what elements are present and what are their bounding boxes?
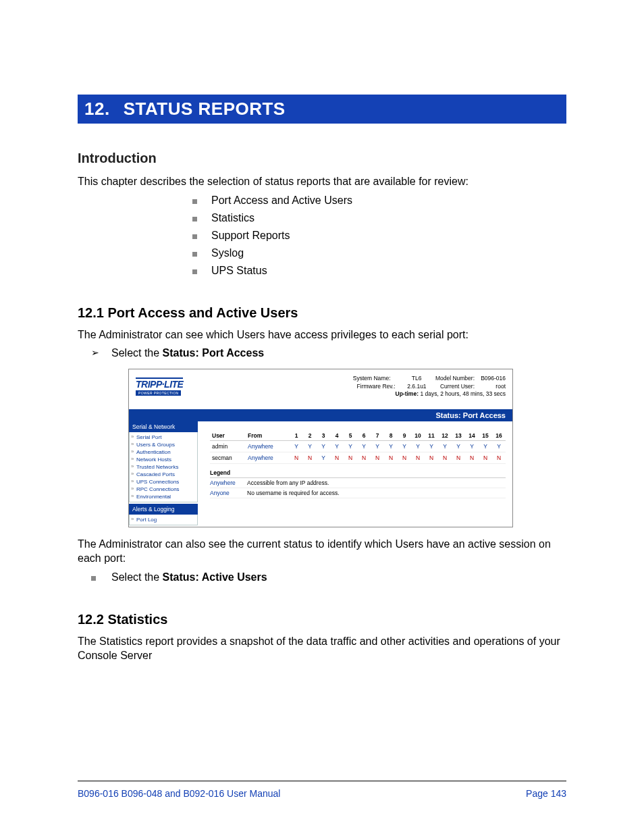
figure-stats: System Name:TL6 Model Number:B096-016 Fi…: [341, 373, 506, 398]
intro-heading: Introduction: [78, 151, 566, 166]
section-12-1-heading: 12.1 Port Access and Active Users: [78, 305, 566, 321]
col-header-port: 12: [438, 431, 452, 441]
sidebar-item[interactable]: Network Hosts: [130, 456, 197, 463]
step-prefix: Select the: [111, 571, 163, 583]
list-item: Syslog: [192, 247, 566, 259]
legend-body: AnywhereAccessible from any IP address.A…: [210, 478, 506, 498]
sidebar-item[interactable]: RPC Connections: [130, 486, 197, 493]
cell-port-access: N: [465, 452, 479, 463]
legend-key: Anywhere: [210, 479, 247, 486]
figure-main: UserFrom12345678910111213141516 adminAny…: [198, 421, 512, 527]
step-item: Select the Status: Port Access: [91, 347, 566, 359]
stat-label: System Name:: [353, 375, 391, 382]
stat-value: TL6: [394, 375, 422, 382]
col-header-port: 14: [465, 431, 479, 441]
col-header-port: 9: [398, 431, 411, 441]
figure-header: TRIPP·LITE POWER PROTECTION System Name:…: [129, 369, 512, 402]
logo-text: TRIPP·LITE: [136, 377, 183, 389]
cell-port-access: Y: [452, 440, 465, 452]
chapter-title: STATUS REPORTS: [124, 99, 286, 119]
cell-port-access: Y: [438, 440, 452, 452]
step-list: Select the Status: Port Access: [91, 347, 566, 359]
logo-subtext: POWER PROTECTION: [136, 390, 181, 396]
figure-sidebar: Serial & Network Serial PortUsers & Grou…: [129, 421, 198, 527]
col-header-port: 8: [384, 431, 398, 441]
cell-port-access: Y: [317, 452, 330, 463]
stat-value: root: [477, 383, 506, 390]
cell-port-access: Y: [465, 440, 479, 452]
legend-row: AnywhereAccessible from any IP address.: [210, 478, 506, 488]
cell-port-access: Y: [479, 440, 492, 452]
sidebar-group-header: Alerts & Logging: [129, 504, 198, 515]
cell-from: Anywhere: [246, 440, 290, 452]
step-item: Select the Status: Active Users: [91, 571, 566, 583]
cell-port-access: N: [438, 452, 452, 463]
logo: TRIPP·LITE POWER PROTECTION: [136, 373, 196, 396]
sidebar-item[interactable]: Serial Port: [130, 434, 197, 441]
cell-port-access: Y: [398, 440, 411, 452]
section-12-2-p1: The Statistics report provides a snapsho…: [78, 634, 566, 663]
stat-label: Up-time:: [396, 390, 419, 398]
cell-port-access: Y: [290, 440, 303, 452]
cell-port-access: N: [303, 452, 317, 463]
sidebar-item[interactable]: Environmental: [130, 493, 197, 500]
cell-port-access: N: [330, 452, 344, 463]
chapter-banner: 12.STATUS REPORTS: [78, 95, 566, 124]
step-bold: Status: Active Users: [163, 571, 267, 583]
step-prefix: Select the: [111, 347, 163, 359]
cell-port-access: N: [411, 452, 425, 463]
list-item: Port Access and Active Users: [192, 194, 566, 207]
stat-label: Current User:: [440, 383, 475, 390]
sidebar-item[interactable]: Port Log: [130, 516, 197, 523]
sidebar-item[interactable]: Authentication: [130, 448, 197, 456]
col-header-port: 1: [290, 431, 303, 441]
sidebar-item[interactable]: Users & Groups: [130, 441, 197, 448]
stat-value: 1 days, 2 hours, 48 mins, 33 secs: [420, 390, 506, 397]
sidebar-item[interactable]: Trusted Networks: [130, 463, 197, 471]
col-header-port: 16: [492, 431, 506, 441]
legend-row: AnyoneNo username is required for access…: [210, 488, 506, 498]
footer-right: Page 143: [526, 788, 566, 799]
col-header-port: 15: [479, 431, 492, 441]
port-access-figure: TRIPP·LITE POWER PROTECTION System Name:…: [128, 369, 513, 527]
col-header-port: 4: [330, 431, 344, 441]
page-footer: B096-016 B096-048 and B092-016 User Manu…: [78, 781, 566, 799]
intro-lead: This chapter describes the selection of …: [78, 174, 566, 189]
cell-port-access: N: [452, 452, 465, 463]
sidebar-items: Serial PortUsers & GroupsAuthenticationN…: [129, 432, 198, 502]
list-item: UPS Status: [192, 265, 566, 277]
col-header-from: From: [246, 431, 290, 441]
figure-titlebar: Status: Port Access: [129, 409, 512, 421]
legend-value: Accessible from any IP address.: [247, 479, 329, 486]
stat-label: Firmware Rev.:: [357, 383, 396, 390]
table-row: adminAnywhereYYYYYYYYYYYYYYYY: [210, 440, 506, 452]
cell-port-access: N: [384, 452, 398, 463]
cell-port-access: Y: [330, 440, 344, 452]
cell-port-access: N: [290, 452, 303, 463]
sidebar-item[interactable]: Cascaded Ports: [130, 471, 197, 478]
cell-port-access: Y: [357, 440, 371, 452]
section-12-1-p2: The Administrator can also see the curre…: [78, 537, 566, 566]
cell-port-access: N: [479, 452, 492, 463]
cell-user: secman: [210, 452, 246, 463]
cell-port-access: Y: [344, 440, 357, 452]
step-list-2: Select the Status: Active Users: [91, 571, 566, 583]
sidebar-group-header: Serial & Network: [129, 421, 198, 432]
cell-port-access: N: [371, 452, 384, 463]
table-row: secmanAnywhereNNYNNNNNNNNNNNNN: [210, 452, 506, 463]
col-header-port: 11: [425, 431, 438, 441]
cell-port-access: N: [492, 452, 506, 463]
stat-value: B096-016: [477, 375, 506, 382]
cell-user: admin: [210, 440, 246, 452]
col-header-port: 2: [303, 431, 317, 441]
col-header-port: 13: [452, 431, 465, 441]
sidebar-item[interactable]: UPS Connections: [130, 478, 197, 486]
cell-port-access: N: [398, 452, 411, 463]
chapter-number: 12.: [84, 99, 110, 120]
section-12-1-p1: The Administrator can see which Users ha…: [78, 328, 566, 342]
cell-port-access: Y: [411, 440, 425, 452]
list-item: Support Reports: [192, 230, 566, 242]
cell-from: Anywhere: [246, 452, 290, 463]
legend-heading: Legend: [210, 469, 506, 478]
cell-port-access: Y: [425, 440, 438, 452]
